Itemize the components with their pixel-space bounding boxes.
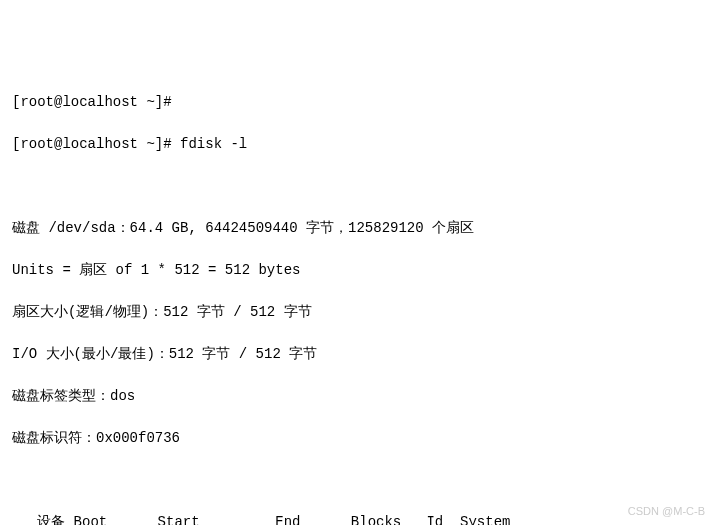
prompt-line-empty: [root@localhost ~]# (12, 92, 705, 113)
disk-sda-label-type: 磁盘标签类型：dos (12, 386, 705, 407)
watermark-text: CSDN @M-C-B (628, 503, 705, 520)
shell-prompt: [root@localhost ~]# (12, 136, 180, 152)
blank-line (12, 470, 705, 491)
disk-sda-units: Units = 扇区 of 1 * 512 = 512 bytes (12, 260, 705, 281)
blank-line (12, 176, 705, 197)
disk-sda-identifier: 磁盘标识符：0x000f0736 (12, 428, 705, 449)
disk-sda-header: 磁盘 /dev/sda：64.4 GB, 64424509440 字节，1258… (12, 218, 705, 239)
partition-table-header: 设备 Boot Start End Blocks Id System (12, 512, 705, 525)
prompt-line-command: [root@localhost ~]# fdisk -l (12, 134, 705, 155)
disk-sda-sector-size: 扇区大小(逻辑/物理)：512 字节 / 512 字节 (12, 302, 705, 323)
command-text: fdisk -l (180, 136, 247, 152)
disk-sda-io-size: I/O 大小(最小/最佳)：512 字节 / 512 字节 (12, 344, 705, 365)
shell-prompt: [root@localhost ~]# (12, 94, 180, 110)
